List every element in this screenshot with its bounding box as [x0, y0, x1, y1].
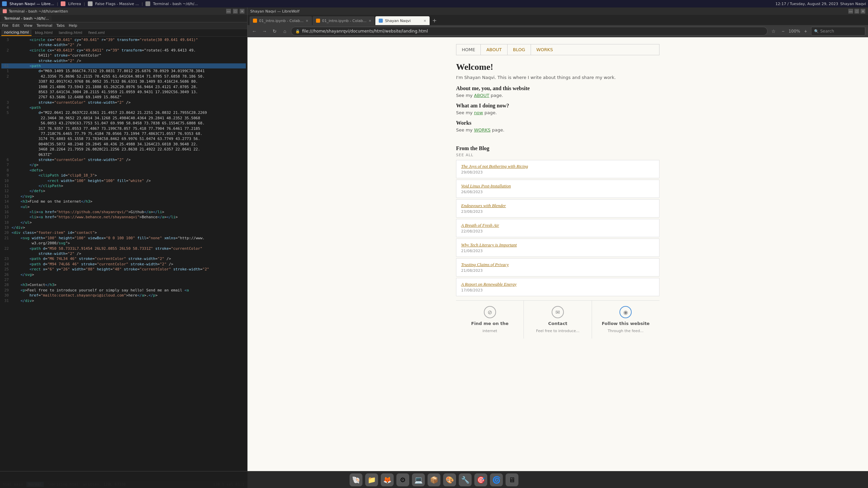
blog-card-date-1: 26/08/2023: [461, 190, 654, 194]
line-content: <path: [12, 105, 246, 110]
taskbar-item-4[interactable]: Terminal - bash ~/d/h/...: [153, 2, 198, 6]
menu-terminal[interactable]: Terminal: [37, 23, 53, 28]
line-number: 10: [1, 178, 12, 183]
terminal-body[interactable]: 3 <circle cx="49.641" cy="49.641" r="39"…: [0, 37, 247, 481]
line-content: <circle cx="49.641" cy="49.641" r="39" t…: [12, 37, 246, 42]
home-button[interactable]: ⌂: [281, 27, 289, 35]
file-tab-4[interactable]: feed.xml: [86, 30, 107, 36]
website-content: HOME ABOUT BLOG WORKS Welcome! I'm Shaya…: [456, 37, 659, 488]
menu-file[interactable]: File: [2, 23, 8, 28]
nav-works[interactable]: WORKS: [531, 44, 558, 55]
file-tab-1[interactable]: noricing.html: [1, 29, 32, 36]
line-number: 19: [1, 225, 12, 230]
file-tab-3[interactable]: landing.html: [56, 30, 85, 36]
browser-tab-3[interactable]: Shayan Naqvi ✕: [375, 16, 430, 25]
browser-tab-2[interactable]: 01_intro.ipynb - Colab... ✕: [313, 16, 375, 25]
back-button[interactable]: ←: [250, 27, 258, 35]
blog-card-0[interactable]: The Joys of not Bothering with Ricing29/…: [456, 160, 659, 178]
close-button[interactable]: ✕: [240, 9, 244, 14]
forward-button[interactable]: →: [260, 27, 269, 35]
dock-icon-9[interactable]: 🌀: [490, 473, 503, 486]
line-content: 8563 37.641C34.3004 28.2115 41.5959 21.0…: [12, 89, 246, 95]
zoom-out-button[interactable]: −: [779, 27, 787, 35]
blog-card-3[interactable]: A Breath of Fresh Air22/08/2023: [456, 219, 659, 237]
line-content: 3387 82.0917C42.9768 86.0052 35.7132 86.…: [12, 79, 246, 84]
taskbar: Shayan Naqvi — Libre... | Liferea | Fals…: [0, 0, 868, 7]
line-number: [1, 131, 12, 136]
file-tab-2[interactable]: blog.html: [32, 30, 55, 36]
zoom-in-button[interactable]: +: [802, 27, 810, 35]
taskbar-icon-3: [88, 1, 93, 6]
dock-icon-7[interactable]: 🔧: [459, 473, 472, 486]
tab-close-2[interactable]: ✕: [369, 19, 371, 23]
line-content: <li><a href="https://github.com/shayanrq…: [12, 209, 246, 215]
dock-icon-5[interactable]: 📦: [428, 473, 440, 486]
address-bar[interactable]: 🔒 file:///home/shayanrqvi/documents/html…: [291, 27, 768, 36]
dock-icon-0[interactable]: 🐚: [350, 473, 362, 486]
menu-tabs[interactable]: Tabs: [56, 23, 64, 28]
nav-about[interactable]: ABOUT: [481, 44, 507, 55]
code-line-11: 2767 63.5686 12.6488 69.1409 15.866Z": [1, 95, 246, 100]
code-line-43: 24 <path d="M94 74L66 46" stroke="curren…: [1, 262, 246, 267]
line-content: d="M22.0641 22.0637C22.6361 21.4917 23.8…: [12, 110, 246, 115]
code-line-7: 2 42.3356 75.8696 52.2115 70.4255 61.641…: [1, 74, 246, 79]
minimize-button[interactable]: —: [226, 9, 231, 14]
dock-icon-3[interactable]: ⚙: [396, 473, 409, 486]
search-bar[interactable]: 🔍 Search: [811, 27, 865, 36]
code-line-31: 14 <h3>Find me on the internet</h3>: [1, 199, 246, 204]
taskbar-item-2[interactable]: Liferea: [68, 2, 81, 6]
line-number: 3: [1, 37, 12, 42]
line-content: 77.218C76.6465 77.79 75.4184 78.0566 73.…: [12, 131, 246, 136]
tab-close-1[interactable]: ✕: [305, 19, 308, 23]
dock-icon-1[interactable]: 📁: [365, 473, 378, 486]
reload-button[interactable]: ↻: [271, 27, 279, 35]
about-link[interactable]: ABOUT: [474, 93, 489, 98]
line-number: 7: [1, 162, 12, 167]
blog-card-5[interactable]: Trusting Claims of Privacy21/08/2023: [456, 258, 659, 277]
dock-icon-8[interactable]: 🎯: [474, 473, 487, 486]
terminal-tab-1[interactable]: Terminal - bash ~/d/h/...: [1, 16, 52, 21]
menu-help[interactable]: Help: [69, 23, 77, 28]
blog-card-2[interactable]: Endeavours with Blender23/08/2023: [456, 199, 659, 218]
line-number: 22: [1, 246, 12, 251]
line-content: 56.0053 43.2769C63.7753 51.047 69.998 58…: [12, 121, 246, 126]
code-line-5: 61 <path: [1, 63, 246, 68]
menu-view[interactable]: View: [24, 23, 33, 28]
browser-maximize[interactable]: □: [854, 9, 859, 14]
menu-edit[interactable]: Edit: [12, 23, 19, 28]
maximize-button[interactable]: □: [233, 9, 238, 14]
now-link[interactable]: now: [474, 110, 483, 115]
dock-icon-2[interactable]: 🦊: [381, 473, 394, 486]
blog-card-4[interactable]: Why Tech Literacy is Important21/08/2023: [456, 239, 659, 257]
new-tab-button[interactable]: +: [430, 16, 438, 24]
line-content: 22.3464 30.9652 23.6014 34.1268 25.4984C…: [12, 116, 246, 121]
dock-icon-10[interactable]: 🖥: [506, 473, 518, 486]
blog-card-date-6: 17/08/2023: [461, 288, 654, 292]
tab-close-3[interactable]: ✕: [423, 19, 426, 23]
browser-tab-1[interactable]: 01_intro.ipynb - Colab... ✕: [250, 16, 312, 25]
browser-tabs: 01_intro.ipynb - Colab... ✕ 01_intro.ipy…: [248, 15, 868, 25]
taskbar-item-1[interactable]: Shayan Naqvi — Libre...: [9, 2, 54, 6]
code-line-2: 2 <circle cx="49.6413" cy="49.6411" r="3…: [1, 48, 246, 53]
blog-card-6[interactable]: A Report on Renewable Energy17/08/2023: [456, 278, 659, 296]
see-all-link[interactable]: SEE ALL: [456, 153, 659, 157]
browser-minimize[interactable]: —: [848, 9, 853, 14]
code-line-25: 8 <defs>: [1, 168, 246, 173]
dock-icon-6[interactable]: 🎨: [443, 473, 456, 486]
nav-home[interactable]: HOME: [456, 44, 481, 55]
line-number: [1, 152, 12, 157]
browser-close[interactable]: ✕: [861, 9, 865, 14]
blog-card-1[interactable]: Void Linux Post-Installation26/08/2023: [456, 180, 659, 198]
line-number: 4: [1, 105, 12, 110]
dock-icon-4[interactable]: 💻: [412, 473, 425, 486]
blog-card-date-2: 23/08/2023: [461, 209, 654, 214]
code-line-37: 20<div class="footer-item" id="contact">: [1, 230, 246, 235]
line-number: [1, 121, 12, 126]
nav-blog[interactable]: BLOG: [508, 44, 531, 55]
works-link[interactable]: WORKS: [474, 127, 491, 133]
bookmark-button[interactable]: ☆: [770, 27, 778, 35]
website-container: HOME ABOUT BLOG WORKS Welcome! I'm Shaya…: [248, 37, 868, 488]
taskbar-item-3[interactable]: False Flags - Massive ...: [95, 2, 139, 6]
line-content: stroke-width="2" />: [12, 58, 246, 63]
search-icon: 🔍: [814, 29, 819, 34]
